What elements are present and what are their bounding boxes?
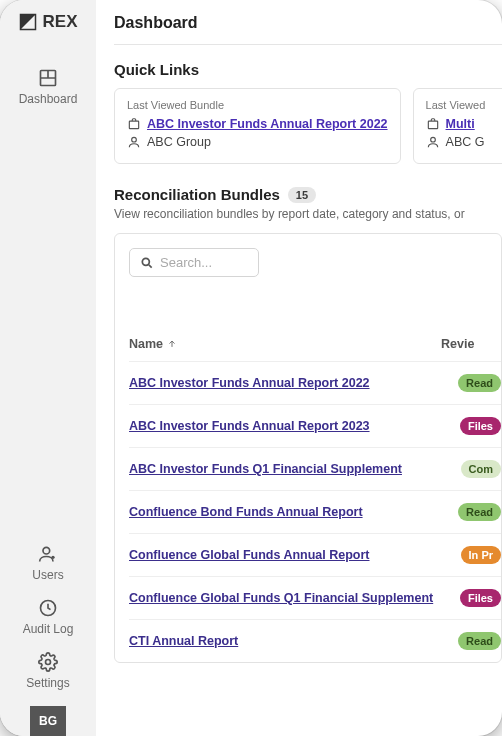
sidebar-item-label: Settings	[26, 676, 69, 690]
quick-link-org: ABC Group	[147, 135, 211, 149]
brand: REX	[19, 12, 78, 32]
search-icon	[140, 256, 154, 270]
status-badge: Read	[458, 374, 501, 392]
bundle-icon	[127, 117, 141, 131]
table-row: Confluence Global Funds Q1 Financial Sup…	[129, 576, 501, 619]
quick-link-org: ABC G	[446, 135, 485, 149]
sidebar-item-users[interactable]: Users	[0, 536, 96, 590]
svg-rect-11	[428, 121, 437, 129]
person-icon	[426, 135, 440, 149]
gear-icon	[38, 652, 58, 672]
svg-marker-1	[20, 15, 35, 30]
sort-asc-icon	[167, 339, 177, 349]
nav-bottom: Users Audit Log Settings BG	[0, 536, 96, 736]
brand-name: REX	[43, 12, 78, 32]
clock-history-icon	[38, 598, 58, 618]
recon-subtitle: View reconciliation bundles by report da…	[114, 207, 502, 221]
avatar[interactable]: BG	[30, 706, 66, 736]
status-badge: Files	[460, 589, 501, 607]
sidebar: REX Dashboard Users Audit Log Settings B…	[0, 0, 96, 736]
status-badge: Com	[461, 460, 501, 478]
bundle-link[interactable]: ABC Investor Funds Q1 Financial Suppleme…	[129, 462, 461, 476]
sidebar-item-label: Audit Log	[23, 622, 74, 636]
quick-links-row: Last Viewed Bundle ABC Investor Funds An…	[114, 88, 502, 164]
nav-top: Dashboard	[0, 60, 96, 114]
status-badge: Read	[458, 632, 501, 650]
table-row: Confluence Bond Funds Annual ReportRead	[129, 490, 501, 533]
grid-icon	[38, 68, 58, 88]
table-row: ABC Investor Funds Annual Report 2023Fil…	[129, 404, 501, 447]
recon-count-badge: 15	[288, 187, 316, 203]
svg-point-6	[51, 556, 54, 559]
svg-rect-9	[129, 121, 138, 129]
svg-point-12	[430, 137, 435, 142]
quick-link-label: Last Viewed Bundle	[127, 99, 388, 111]
quick-links-title: Quick Links	[114, 61, 502, 78]
recon-table: Name Revie ABC Investor Funds Annual Rep…	[114, 233, 502, 663]
person-icon	[127, 135, 141, 149]
main-content: Dashboard Quick Links Last Viewed Bundle…	[96, 0, 502, 736]
search-box[interactable]	[129, 248, 259, 277]
bundle-link[interactable]: Confluence Global Funds Q1 Financial Sup…	[129, 591, 460, 605]
quick-link-link[interactable]: Multi	[446, 117, 475, 131]
recon-title: Reconciliation Bundles	[114, 186, 280, 203]
quick-link-card: Last Viewed Bundle ABC Investor Funds An…	[114, 88, 401, 164]
brand-icon	[19, 13, 37, 31]
status-badge: In Pr	[461, 546, 501, 564]
sidebar-item-audit-log[interactable]: Audit Log	[0, 590, 96, 644]
bundle-icon	[426, 117, 440, 131]
search-input[interactable]	[160, 255, 240, 270]
svg-point-5	[43, 547, 50, 554]
table-header: Name Revie	[129, 337, 501, 361]
table-row: ABC Investor Funds Q1 Financial Suppleme…	[129, 447, 501, 490]
sidebar-item-dashboard[interactable]: Dashboard	[0, 60, 96, 114]
svg-point-10	[132, 137, 137, 142]
bundle-link[interactable]: ABC Investor Funds Annual Report 2023	[129, 419, 460, 433]
users-icon	[38, 544, 58, 564]
recon-header: Reconciliation Bundles 15	[114, 186, 502, 203]
page-title: Dashboard	[114, 14, 502, 45]
svg-point-8	[46, 660, 51, 665]
sidebar-item-label: Users	[32, 568, 63, 582]
sidebar-item-settings[interactable]: Settings	[0, 644, 96, 698]
svg-point-13	[142, 258, 149, 265]
table-row: ABC Investor Funds Annual Report 2022Rea…	[129, 361, 501, 404]
bundle-link[interactable]: CTI Annual Report	[129, 634, 458, 648]
avatar-initials: BG	[39, 714, 57, 728]
column-header-review[interactable]: Revie	[441, 337, 501, 351]
quick-link-link[interactable]: ABC Investor Funds Annual Report 2022	[147, 117, 388, 131]
status-badge: Read	[458, 503, 501, 521]
app-window: REX Dashboard Users Audit Log Settings B…	[0, 0, 502, 736]
bundle-link[interactable]: Confluence Global Funds Annual Report	[129, 548, 461, 562]
status-badge: Files	[460, 417, 501, 435]
column-header-name[interactable]: Name	[129, 337, 441, 351]
bundle-link[interactable]: Confluence Bond Funds Annual Report	[129, 505, 458, 519]
svg-line-14	[149, 264, 152, 267]
table-row: Confluence Global Funds Annual ReportIn …	[129, 533, 501, 576]
table-row: CTI Annual ReportRead	[129, 619, 501, 662]
quick-link-card: Last Viewed Multi ABC G	[413, 88, 502, 164]
bundle-link[interactable]: ABC Investor Funds Annual Report 2022	[129, 376, 458, 390]
table-body: ABC Investor Funds Annual Report 2022Rea…	[129, 361, 501, 662]
sidebar-item-label: Dashboard	[19, 92, 78, 106]
quick-link-label: Last Viewed	[426, 99, 502, 111]
